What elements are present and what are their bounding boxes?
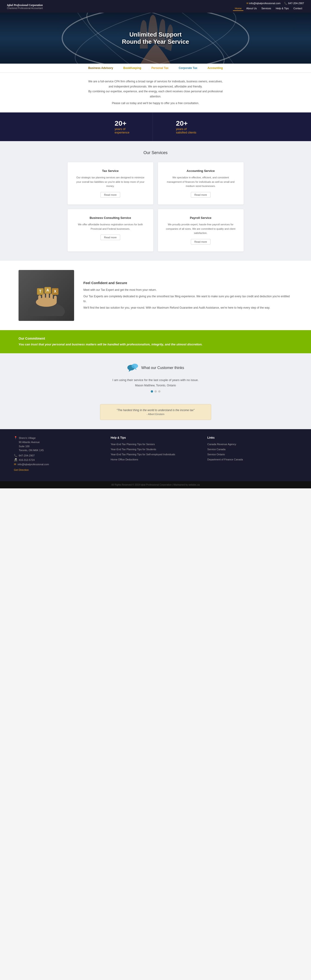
footer-address: Shero's Village 90 Atlantic Avenue Suite… (19, 436, 44, 452)
footer-links-heading: Links (207, 436, 297, 439)
tax-image-block: T A X (19, 270, 74, 321)
footer-col-help: Help & Tips Year-End Tax Planning Tips f… (111, 436, 201, 474)
service-card-consulting-btn[interactable]: Read more (100, 235, 120, 240)
tax-content: Feel Confident and Secure Meet with our … (83, 281, 292, 310)
testimonial-author: Mason Matthew, Toronto, Ontario (19, 384, 292, 387)
hero-section: Unlimited Support Round the Year Service (0, 13, 311, 64)
hero-line2: Round the Year Service (122, 38, 189, 45)
nav-services[interactable]: Services (260, 6, 273, 11)
testimonial-section: What our Customer thinks I am using thei… (0, 353, 311, 402)
footer-contact-item-email: ✉ info@iqbalprofessional.com (14, 463, 104, 466)
footer-address-block: 📍 Shero's Village 90 Atlantic Avenue Sui… (14, 436, 104, 471)
get-direction-link[interactable]: Get Direction (14, 468, 29, 471)
service-card-tax-btn[interactable]: Read more (100, 192, 120, 197)
service-card-consulting-title: Business Consulting Service (75, 216, 146, 220)
service-card-accounting: Accounting Service We specialize in effe… (158, 162, 244, 205)
footer-help-link-2[interactable]: Year-End Tax Planning Tips for Students (111, 447, 201, 452)
services-nav-bar: Business Advisory BookKeeping Personal T… (0, 64, 311, 73)
stat-label-2b: satisfied clients (176, 131, 196, 134)
dot-1[interactable] (151, 390, 153, 393)
contact-row: ✉ info@iqbalprofessional.com 📞 647-204-2… (246, 2, 304, 5)
service-card-payroll-title: Payroll Service (165, 216, 237, 220)
footer-col-contact: 📍 Shero's Village 90 Atlantic Avenue Sui… (14, 436, 104, 474)
hero-text-block: Unlimited Support Round the Year Service (122, 31, 189, 45)
intro-line3: By combining our expertise, experience, … (28, 89, 283, 94)
commitment-heading: Our Commitment (19, 337, 292, 340)
intro-line2: and independent professionals. We are ex… (28, 84, 283, 89)
footer-help-link-1[interactable]: Year-End Tax Planning Tips for Seniors (111, 442, 201, 447)
snav-corporate-tax[interactable]: Corporate Tax (174, 64, 203, 72)
footer-help-link-3[interactable]: Year-End Tax Planning Tips for Self-empl… (111, 452, 201, 457)
svg-rect-8 (46, 293, 49, 302)
footer-contact-item-phone: 📞 647-204-2907 (14, 454, 104, 457)
service-card-tax: Tax Service Our strategic tax planning s… (68, 162, 153, 205)
service-card-payroll: Payroll Service We proudly provide exper… (158, 209, 244, 251)
tax-para-2: Our Tax Experts are completely dedicated… (83, 294, 292, 304)
snav-personal-tax[interactable]: Personal Tax (146, 64, 174, 72)
quote-attribution: - Albert Einstein (110, 413, 202, 415)
company-tagline: Chartered Professional Accountant (7, 7, 43, 10)
svg-rect-9 (50, 294, 53, 302)
phone-contact: 📞 647-204-2907 (284, 2, 304, 5)
fax-icon: 📠 (14, 458, 18, 461)
intro-section: We are a full-service CPA firm offering … (0, 73, 311, 113)
svg-rect-10 (54, 296, 57, 302)
tax-heading: Feel Confident and Secure (83, 281, 292, 285)
testimonial-header: What our Customer thinks (19, 363, 292, 373)
svg-point-19 (132, 364, 138, 368)
svg-text:X: X (54, 290, 56, 293)
footer-col-links: Links Canada Revenue Agency Service Cana… (207, 436, 297, 474)
our-services-section: Our Services Tax Service Our strategic t… (0, 141, 311, 261)
header-right: ✉ info@iqbalprofessional.com 📞 647-204-2… (233, 2, 304, 11)
stat-label-1a: years of (115, 127, 129, 131)
stat-label-2a: years of (176, 127, 196, 131)
company-name: Iqbal Professional Corporation (7, 3, 43, 7)
stats-section: 20+ years of experience 20+ years of sat… (0, 113, 311, 141)
tax-para-1: Meet with our Tax Expert and get the mos… (83, 288, 292, 292)
stat-number-1: 20+ (115, 119, 129, 127)
dot-2[interactable] (155, 390, 157, 393)
location-icon: 📍 (14, 436, 18, 439)
footer-link-4[interactable]: Department of Finance Canada (207, 457, 297, 462)
service-card-payroll-desc: We proudly provide expert, hassle-free p… (165, 222, 237, 235)
stat-number-2: 20+ (176, 119, 196, 127)
service-card-accounting-btn[interactable]: Read more (191, 192, 210, 197)
chat-icon (127, 363, 139, 373)
dot-3[interactable] (158, 390, 161, 393)
site-footer: 📍 Shero's Village 90 Atlantic Avenue Sui… (0, 429, 311, 481)
snav-accounting[interactable]: Accounting (203, 64, 228, 72)
quote-text: "The hardest thing in the world to under… (110, 409, 202, 412)
email-contact: ✉ info@iqbalprofessional.com (246, 2, 281, 5)
intro-line4: attention. (28, 94, 283, 99)
phone-icon: 📞 (14, 454, 18, 457)
footer-fax: 416-312-5724 (19, 458, 35, 461)
site-header: Iqbal Professional Corporation Chartered… (0, 0, 311, 13)
footer-link-2[interactable]: Service Canada (207, 447, 297, 452)
nav-about[interactable]: About Us (244, 6, 258, 11)
nav-contact[interactable]: Contact (292, 6, 304, 11)
tax-blocks-container: T A X (23, 274, 70, 317)
nav-help[interactable]: Help & Tips (274, 6, 290, 11)
svg-text:A: A (46, 288, 49, 292)
service-card-consulting: Business Consulting Service We offer aff… (68, 209, 153, 251)
footer-link-1[interactable]: Canada Revenue Agency (207, 442, 297, 447)
service-card-accounting-title: Accounting Service (165, 169, 237, 173)
service-card-consulting-desc: We offer affordable business registratio… (75, 222, 146, 231)
tax-para-3: We'll find the best tax solution for you… (83, 305, 292, 310)
footer-grid: 📍 Shero's Village 90 Atlantic Avenue Sui… (14, 436, 297, 474)
commitment-section: Our Commitment You can trust that your p… (0, 330, 311, 353)
intro-line1: We are a full-service CPA firm offering … (28, 79, 283, 84)
snav-bookkeeping[interactable]: BookKeeping (118, 64, 146, 72)
quote-section: "The hardest thing in the world to under… (0, 402, 311, 429)
services-heading: Our Services (19, 150, 292, 155)
snav-business-advisory[interactable]: Business Advisory (83, 64, 118, 72)
commitment-text: You can trust that your personal and bus… (19, 342, 292, 347)
footer-phone: 647-204-2907 (19, 454, 35, 457)
nav-home[interactable]: Home (233, 6, 243, 11)
services-grid: Tax Service Our strategic tax planning s… (68, 162, 244, 251)
email-icon: ✉ (14, 463, 16, 466)
footer-link-3[interactable]: Service Ontario (207, 452, 297, 457)
service-card-payroll-btn[interactable]: Read more (191, 239, 210, 245)
footer-help-link-4[interactable]: Home Office Deductions (111, 457, 201, 462)
testimonial-dots (19, 390, 292, 393)
